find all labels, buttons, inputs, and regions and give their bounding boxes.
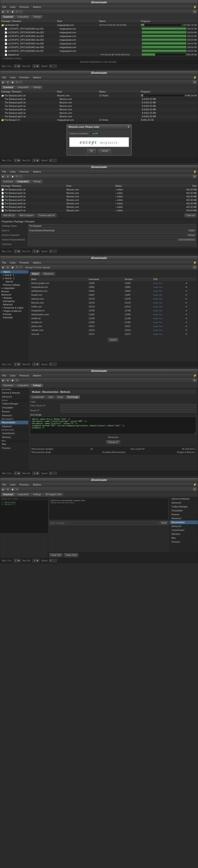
tree-browser-4[interactable]: Browser (0, 290, 28, 293)
clear-list-btn[interactable]: Clear list (184, 214, 197, 218)
tree-modules-4[interactable]: ▼ Modules (0, 297, 28, 300)
captcha-cancel-btn[interactable]: Cancel (98, 149, 111, 153)
tree-advanced-mod-4[interactable]: Advanced (0, 303, 28, 306)
menu-addons-2[interactable]: Addons (32, 76, 42, 79)
menu-premium-2[interactable]: Premium (19, 76, 30, 79)
settings-advanced3-chat[interactable]: Advanced (170, 524, 198, 528)
play-btn-4[interactable]: ▶ (1, 266, 5, 269)
tab-download-3[interactable]: Download (1, 180, 15, 183)
table-row[interactable]: megashare.io1476814768Read TOS✔ (30, 309, 196, 313)
change-ip-btn[interactable]: Change IP (106, 440, 120, 444)
settings-premium-chat[interactable]: Premium (170, 540, 198, 544)
stop-btn-3[interactable]: ⏹ (10, 175, 15, 179)
clx-script-textarea[interactable]: <Route name="Alice Modem 1112" /> <Param… (30, 417, 196, 434)
tree-extensible-4[interactable]: Extensible (0, 316, 28, 319)
max-con-select-6[interactable]: 2 (14, 559, 21, 562)
table-row[interactable]: 📄LUCROIPS_ORTCADENAR.mkv.003 megaupload.… (0, 34, 198, 38)
settings-internet-chat[interactable]: Internet & Network (170, 497, 198, 501)
menu-links-4[interactable]: Links (9, 261, 16, 264)
play-btn-5[interactable]: ▶ (1, 379, 5, 382)
menu-addons-6[interactable]: Addons (32, 483, 42, 486)
table-row[interactable]: vidxden.com1431314313Read TOS✔ (30, 328, 196, 332)
speed-input-2[interactable] (49, 159, 57, 162)
settings-grkgrabber-chat[interactable]: GrKgrabber (170, 509, 198, 513)
pause-btn-5[interactable]: ⏸ (6, 379, 10, 382)
captcha-ok-btn[interactable]: OK (87, 149, 96, 153)
settings-toolbar-chat[interactable]: Toolbar Manager (170, 505, 198, 509)
table-row[interactable]: 📄LUCROIPS_ORTCADENAR.mkv.005 megaupload.… (0, 42, 198, 45)
table-row[interactable]: 📁The Banquet (7) megaupload.com 1/7 Acti… (0, 118, 198, 122)
menu-premium-1[interactable]: Premium (19, 5, 30, 8)
table-row[interactable]: filesonic.com1514315143Read TOS✔ (30, 301, 196, 305)
tree-premium-settings[interactable]: Premium Settings (0, 283, 28, 286)
max-dl-select-2[interactable]: 2 (32, 159, 39, 162)
table-row[interactable]: yahoo.com1441714417Read TOS✔ (30, 324, 196, 328)
settings-advanced2-chat[interactable]: Advanced (170, 517, 198, 521)
archive-password-input[interactable] (28, 233, 186, 237)
remove-btn-3[interactable]: − (19, 175, 23, 179)
remove-btn-4[interactable]: − (19, 266, 23, 269)
extract-btn[interactable]: Extract (187, 234, 196, 237)
menu-links-1[interactable]: Links (9, 5, 16, 8)
speed-input-3[interactable] (49, 250, 57, 253)
speed-input-1[interactable] (49, 65, 57, 68)
settings-premium-sidebar[interactable]: Premium (0, 446, 28, 450)
comment-input[interactable] (28, 242, 196, 246)
close-tab-btn[interactable]: Close Tab (49, 553, 63, 557)
package-name-input[interactable] (28, 224, 196, 228)
max-con-select-2[interactable]: 2 (14, 159, 21, 162)
tab-download-5[interactable]: Download (1, 384, 15, 387)
tab-download-2[interactable]: Download (1, 86, 15, 89)
menu-file-3[interactable]: File (1, 170, 7, 173)
add-container-btn[interactable]: Add Container (18, 214, 35, 218)
tree-advanced-4[interactable]: Advanced (0, 293, 28, 297)
tab-settings-3[interactable]: Settings (31, 180, 43, 183)
menu-file-2[interactable]: File (1, 76, 7, 79)
play-btn-1[interactable]: ▶ (1, 10, 5, 14)
tab-linkgrabber-1[interactable]: Linkgrabber (15, 15, 31, 19)
pause-btn-1[interactable]: ⏸ (6, 10, 10, 14)
tree-anticaptcha-4[interactable]: AntiCaptcha (0, 300, 28, 303)
max-dl-select-3[interactable]: 2 (32, 250, 39, 253)
menu-premium-4[interactable]: Premium (19, 261, 30, 264)
chat-input-field[interactable] (49, 521, 159, 525)
settings-btn-2[interactable]: ⚙ (193, 81, 197, 84)
play-btn-6[interactable]: ▶ (1, 488, 5, 491)
table-row[interactable]: thupdf.com1446714467Read TOS✔ (30, 293, 196, 297)
max-con-select-4[interactable]: 2 (14, 363, 21, 366)
menu-links-6[interactable]: Links (9, 483, 16, 486)
menu-addons-3[interactable]: Addons (32, 170, 42, 173)
tree-basics[interactable]: ▼ Basics (0, 270, 28, 274)
tab-script[interactable]: Script (56, 395, 65, 399)
settings-reconnection[interactable]: Reconnection (0, 421, 28, 425)
menu-links-3[interactable]: Links (9, 170, 16, 173)
tab-linkgrabber-3[interactable]: Linkgrabber (15, 180, 31, 183)
settings-advanced-recon[interactable]: Advanced (0, 425, 28, 429)
table-row[interactable]: The Banquet.part4.rar filesonic.com $ 0/… (0, 104, 198, 108)
stop-btn-5[interactable]: ⏹ (10, 379, 15, 382)
max-con-select-3[interactable]: 2 (14, 250, 21, 253)
tab-cain[interactable]: Cain (46, 395, 55, 399)
table-row[interactable]: 📄The Banquet.part3.rar filesonic.com ● o… (0, 195, 198, 198)
tab-localhostip[interactable]: LocalHostIP (30, 395, 46, 399)
tab-download-6[interactable]: Download (1, 493, 15, 496)
settings-if-chat[interactable]: If/Actions (170, 532, 198, 536)
speed-input-5[interactable] (49, 472, 57, 475)
menu-links-5[interactable]: Links (9, 374, 16, 377)
save-to-input[interactable] (28, 229, 187, 232)
tree-host-b1[interactable]: ▶ Host B - 1 (0, 277, 28, 280)
menu-file-6[interactable]: File (1, 483, 7, 486)
router-ip-input[interactable] (61, 409, 196, 412)
max-dl-select-1[interactable]: 24 (32, 64, 39, 68)
settings-btn-6[interactable]: ⚙ (193, 488, 197, 491)
close-chat-btn[interactable]: Close Chat (64, 553, 78, 557)
table-row[interactable]: 4webmasters.com1109111091Read TOS✔ (30, 313, 196, 317)
fetch-router-input[interactable] (61, 404, 196, 408)
captcha-close-icon[interactable]: ✖ (128, 126, 130, 128)
table-row[interactable]: 📄The Banquet.part6.rar filesonic.com ● o… (0, 206, 198, 209)
tab-linkgrabber-5[interactable]: Linkgrabber (15, 384, 31, 387)
menu-file-5[interactable]: File (1, 374, 7, 377)
table-row[interactable]: neon.de1414714147Read TOS✔ (30, 332, 196, 336)
use-subdir-btn[interactable]: Use Sub-directory (177, 238, 196, 242)
pause-btn-4[interactable]: ⏸ (6, 266, 10, 269)
